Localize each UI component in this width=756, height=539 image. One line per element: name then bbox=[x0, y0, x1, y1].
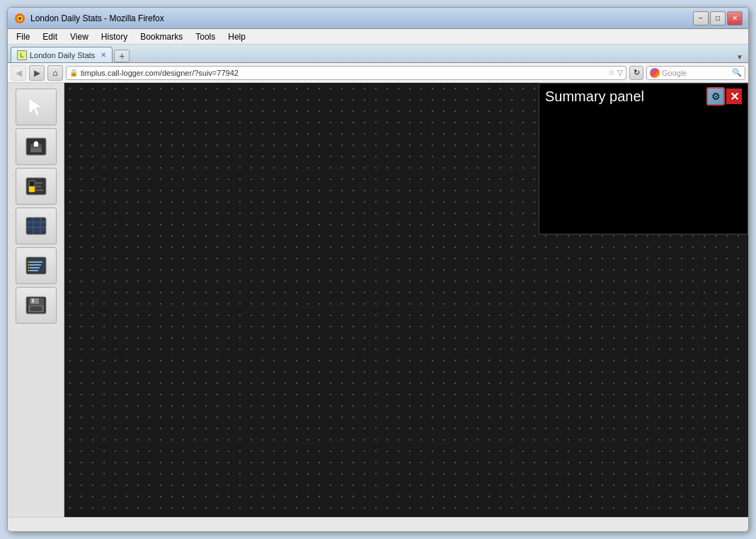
bookmark-star-icon[interactable]: ☆ bbox=[608, 68, 615, 77]
save-tool-button[interactable] bbox=[16, 287, 57, 324]
bookmark-down-icon[interactable]: ▽ bbox=[617, 68, 623, 77]
svg-rect-6 bbox=[30, 148, 42, 152]
close-button[interactable]: ✕ bbox=[727, 11, 743, 25]
summary-panel-close-button[interactable]: ✕ bbox=[726, 89, 742, 104]
tab-london-daily-stats[interactable]: L London Daily Stats ✕ bbox=[11, 47, 113, 62]
summary-panel-widget: Summary panel ⚙ ✕ bbox=[539, 83, 748, 234]
svg-point-2 bbox=[18, 17, 21, 20]
gear-icon: ⚙ bbox=[711, 91, 721, 102]
summary-panel-title: Summary panel bbox=[545, 89, 706, 105]
menu-bar: File Edit View History Bookmarks Tools H… bbox=[8, 29, 748, 45]
refresh-button[interactable]: ↻ bbox=[629, 66, 643, 80]
svg-rect-24 bbox=[30, 267, 40, 268]
tab-dropdown-button[interactable]: ▼ bbox=[734, 51, 745, 62]
search-input-placeholder[interactable]: Google bbox=[662, 69, 730, 77]
minimize-button[interactable]: − bbox=[693, 11, 709, 25]
svg-point-26 bbox=[28, 261, 29, 263]
google-search-icon bbox=[650, 68, 660, 78]
menu-help[interactable]: Help bbox=[222, 30, 251, 43]
lock-icon: 🔒 bbox=[69, 69, 78, 76]
cursor-tool-button[interactable] bbox=[16, 89, 57, 125]
menu-bookmarks[interactable]: Bookmarks bbox=[134, 30, 188, 43]
list-icon bbox=[25, 254, 47, 277]
firefox-icon bbox=[13, 12, 26, 25]
svg-rect-23 bbox=[30, 264, 41, 266]
maximize-button[interactable]: □ bbox=[710, 11, 726, 25]
menu-tools[interactable]: Tools bbox=[190, 30, 221, 43]
grid-icon bbox=[25, 215, 47, 237]
menu-history[interactable]: History bbox=[96, 30, 133, 43]
menu-edit[interactable]: Edit bbox=[37, 30, 63, 43]
summary-panel-header: Summary panel ⚙ ✕ bbox=[539, 84, 748, 109]
home-icon: ⌂ bbox=[52, 68, 57, 78]
panel-tool-button[interactable] bbox=[16, 128, 57, 165]
svg-point-29 bbox=[28, 270, 29, 271]
svg-rect-11 bbox=[35, 189, 43, 191]
menu-view[interactable]: View bbox=[64, 30, 94, 43]
window-title: London Daily Stats - Mozilla Firefox bbox=[30, 13, 693, 23]
svg-rect-13 bbox=[35, 182, 42, 184]
list-tool-button[interactable] bbox=[16, 247, 57, 284]
canvas-area[interactable]: Summary panel ⚙ ✕ bbox=[64, 83, 748, 517]
svg-point-27 bbox=[28, 264, 29, 266]
address-bar: ◀ ▶ ⌂ 🔒 timplus.call-logger.com/designer… bbox=[8, 63, 748, 83]
title-bar: London Daily Stats - Mozilla Firefox − □… bbox=[8, 8, 748, 29]
cursor-icon bbox=[25, 96, 47, 118]
main-content: Summary panel ⚙ ✕ bbox=[8, 83, 748, 517]
svg-rect-10 bbox=[29, 186, 35, 192]
summary-panel-body bbox=[539, 109, 748, 234]
svg-rect-19 bbox=[28, 219, 45, 233]
browser-window: London Daily Stats - Mozilla Firefox − □… bbox=[7, 7, 749, 532]
svg-marker-3 bbox=[29, 98, 42, 115]
gauge-tool-button[interactable] bbox=[16, 168, 57, 205]
left-toolbar bbox=[8, 83, 64, 517]
url-icons: ☆ ▽ bbox=[608, 68, 623, 77]
dot-grid-canvas[interactable]: Summary panel ⚙ ✕ bbox=[64, 83, 748, 517]
new-tab-button[interactable]: + bbox=[114, 50, 130, 62]
tab-bar: L London Daily Stats ✕ + ▼ bbox=[8, 45, 748, 63]
forward-button[interactable]: ▶ bbox=[29, 65, 45, 81]
svg-rect-32 bbox=[30, 298, 39, 304]
url-text: timplus.call-logger.com/designer/?suiv=7… bbox=[81, 69, 605, 77]
tab-favicon: L bbox=[17, 50, 27, 60]
home-button[interactable]: ⌂ bbox=[47, 65, 63, 81]
window-controls: − □ ✕ bbox=[693, 11, 743, 25]
search-magnifier-icon[interactable]: 🔍 bbox=[732, 68, 742, 77]
svg-rect-35 bbox=[30, 307, 42, 311]
svg-rect-12 bbox=[35, 186, 41, 188]
summary-panel-settings-button[interactable]: ⚙ bbox=[706, 87, 725, 106]
svg-rect-33 bbox=[32, 299, 34, 302]
panel-icon bbox=[25, 135, 47, 158]
tab-close-button[interactable]: ✕ bbox=[101, 51, 106, 59]
gauge-icon bbox=[25, 175, 47, 198]
svg-rect-25 bbox=[30, 270, 38, 271]
svg-rect-22 bbox=[30, 261, 42, 263]
svg-point-28 bbox=[28, 267, 29, 268]
search-bar[interactable]: Google 🔍 bbox=[646, 66, 745, 80]
grid-tool-button[interactable] bbox=[16, 208, 57, 244]
back-button[interactable]: ◀ bbox=[11, 65, 26, 81]
save-icon bbox=[25, 294, 47, 317]
status-bar bbox=[8, 517, 748, 531]
tab-label: London Daily Stats bbox=[30, 51, 95, 59]
url-bar[interactable]: 🔒 timplus.call-logger.com/designer/?suiv… bbox=[66, 66, 626, 80]
menu-file[interactable]: File bbox=[11, 30, 35, 43]
